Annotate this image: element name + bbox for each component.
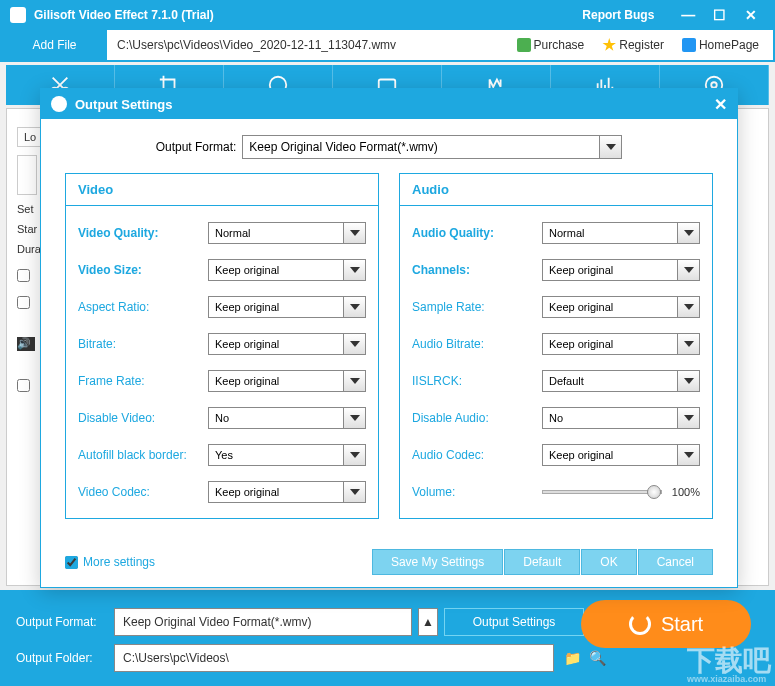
default-button[interactable]: Default <box>504 549 580 575</box>
aspect-ratio-select[interactable]: Keep original <box>208 296 366 318</box>
volume-slider[interactable] <box>542 490 662 494</box>
app-icon <box>10 7 26 23</box>
audio-bitrate-label: Audio Bitrate: <box>412 337 542 351</box>
video-bitrate-select[interactable]: Keep original <box>208 333 366 355</box>
chevron-down-icon[interactable] <box>677 223 699 243</box>
chevron-down-icon[interactable] <box>677 408 699 428</box>
add-file-button[interactable]: Add File <box>2 30 107 60</box>
top-row: Add File C:\Users\pc\Videos\Video_2020-1… <box>0 30 775 62</box>
modal-title-text: Output Settings <box>75 97 173 112</box>
ok-button[interactable]: OK <box>581 549 636 575</box>
disable-video-label: Disable Video: <box>78 411 208 425</box>
output-settings-button[interactable]: Output Settings <box>444 608 584 636</box>
autofill-label: Autofill black border: <box>78 448 208 462</box>
iislrck-select[interactable]: Default <box>542 370 700 392</box>
titlebar: Gilisoft Video Effect 7.1.0 (Trial) Repo… <box>0 0 775 30</box>
refresh-icon <box>629 613 651 635</box>
more-settings-input[interactable] <box>65 556 78 569</box>
chevron-down-icon[interactable] <box>343 445 365 465</box>
modal-close-button[interactable]: ✕ <box>714 95 727 114</box>
modal-icon <box>51 96 67 112</box>
modal-output-format-label: Output Format: <box>156 140 237 154</box>
chevron-down-icon[interactable] <box>343 334 365 354</box>
audio-panel: Audio Audio Quality:Normal Channels:Keep… <box>399 173 713 519</box>
bottom-bar: Output Format: ▲ Output Settings Output … <box>0 590 775 686</box>
file-path: C:\Users\pc\Videos\Video_2020-12-11_1130… <box>107 38 517 52</box>
chevron-down-icon[interactable] <box>677 445 699 465</box>
video-panel-head: Video <box>66 174 378 206</box>
volume-value: 100% <box>672 486 700 498</box>
chevron-down-icon[interactable] <box>343 297 365 317</box>
channels-select[interactable]: Keep original <box>542 259 700 281</box>
maximize-button[interactable]: ☐ <box>706 7 734 23</box>
audio-quality-select[interactable]: Normal <box>542 222 700 244</box>
output-folder-label: Output Folder: <box>16 651 108 665</box>
cancel-button[interactable]: Cancel <box>638 549 713 575</box>
channels-label: Channels: <box>412 263 542 277</box>
close-button[interactable]: ✕ <box>737 7 765 23</box>
audio-panel-head: Audio <box>400 174 712 206</box>
output-settings-modal: Output Settings ✕ Output Format: Keep Or… <box>40 88 738 588</box>
video-panel: Video Video Quality:Normal Video Size:Ke… <box>65 173 379 519</box>
chevron-down-icon[interactable] <box>343 223 365 243</box>
browse-folder-icon[interactable]: 📁 <box>564 650 581 666</box>
output-format-input[interactable] <box>114 608 412 636</box>
start-button[interactable]: Start <box>581 600 751 648</box>
disable-audio-select[interactable]: No <box>542 407 700 429</box>
volume-icon: 🔊 <box>17 337 35 351</box>
output-format-dropdown[interactable]: ▲ <box>418 608 438 636</box>
audio-codec-select[interactable]: Keep original <box>542 444 700 466</box>
chevron-down-icon[interactable] <box>343 371 365 391</box>
chevron-down-icon[interactable] <box>343 408 365 428</box>
svg-point-4 <box>711 82 717 88</box>
report-bugs-link[interactable]: Report Bugs <box>582 8 654 22</box>
chevron-down-icon[interactable] <box>677 260 699 280</box>
register-link[interactable]: Register <box>602 38 664 52</box>
video-quality-label: Video Quality: <box>78 226 208 240</box>
video-codec-label: Video Codec: <box>78 485 208 499</box>
slider-thumb[interactable] <box>647 485 661 499</box>
volume-label: Volume: <box>412 485 542 499</box>
disable-video-select[interactable]: No <box>208 407 366 429</box>
frame-rate-label: Frame Rate: <box>78 374 208 388</box>
purchase-link[interactable]: Purchase <box>517 38 585 52</box>
save-settings-button[interactable]: Save My Settings <box>372 549 503 575</box>
video-quality-select[interactable]: Normal <box>208 222 366 244</box>
header-links: Purchase Register HomePage <box>517 38 773 52</box>
video-codec-select[interactable]: Keep original <box>208 481 366 503</box>
audio-quality-label: Audio Quality: <box>412 226 542 240</box>
video-size-label: Video Size: <box>78 263 208 277</box>
checkbox-1[interactable] <box>17 269 30 282</box>
homepage-link[interactable]: HomePage <box>682 38 759 52</box>
chevron-down-icon[interactable] <box>343 482 365 502</box>
aspect-ratio-label: Aspect Ratio: <box>78 300 208 314</box>
app-title: Gilisoft Video Effect 7.1.0 (Trial) <box>34 8 582 22</box>
window-buttons: — ☐ ✕ <box>674 7 765 23</box>
modal-output-format-select[interactable]: Keep Original Video Format(*.wmv) <box>242 135 622 159</box>
chevron-down-icon[interactable] <box>677 334 699 354</box>
home-icon <box>682 38 696 52</box>
audio-bitrate-select[interactable]: Keep original <box>542 333 700 355</box>
more-settings-checkbox[interactable]: More settings <box>65 555 155 569</box>
checkbox-3[interactable] <box>17 379 30 392</box>
disable-audio-label: Disable Audio: <box>412 411 542 425</box>
output-folder-input[interactable] <box>114 644 554 672</box>
minimize-button[interactable]: — <box>674 7 702 23</box>
chevron-down-icon[interactable] <box>677 297 699 317</box>
output-format-label: Output Format: <box>16 615 108 629</box>
cart-icon <box>517 38 531 52</box>
video-size-select[interactable]: Keep original <box>208 259 366 281</box>
chevron-down-icon[interactable] <box>343 260 365 280</box>
search-icon[interactable]: 🔍 <box>589 650 606 666</box>
sample-rate-select[interactable]: Keep original <box>542 296 700 318</box>
iislrck-label: IISLRCK: <box>412 374 542 388</box>
chevron-down-icon[interactable] <box>599 136 621 158</box>
star-icon <box>602 38 616 52</box>
checkbox-2[interactable] <box>17 296 30 309</box>
autofill-select[interactable]: Yes <box>208 444 366 466</box>
audio-codec-label: Audio Codec: <box>412 448 542 462</box>
frame-rate-select[interactable]: Keep original <box>208 370 366 392</box>
sample-rate-label: Sample Rate: <box>412 300 542 314</box>
modal-titlebar: Output Settings ✕ <box>41 89 737 119</box>
chevron-down-icon[interactable] <box>677 371 699 391</box>
